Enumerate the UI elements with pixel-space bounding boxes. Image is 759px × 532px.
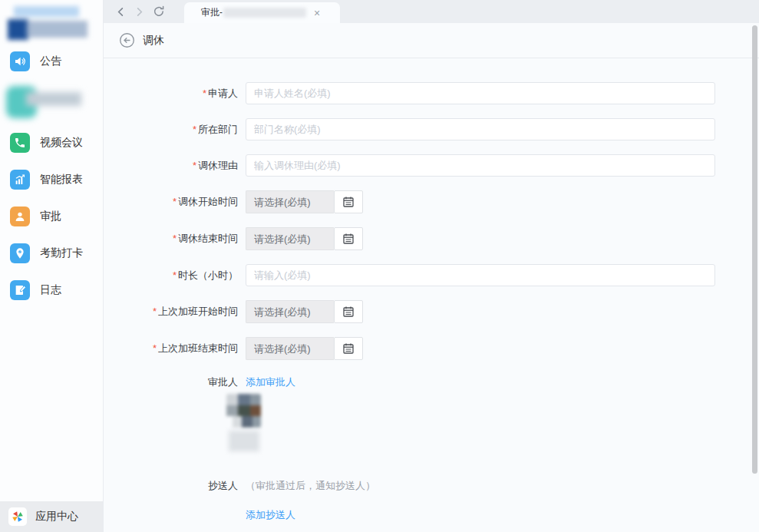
cc-section: 抄送人 （审批通过后，通知抄送人） xyxy=(104,479,759,493)
calendar-icon[interactable] xyxy=(334,337,363,360)
megaphone-icon xyxy=(10,51,30,71)
close-icon[interactable]: × xyxy=(314,8,320,18)
location-pin-icon xyxy=(10,243,30,263)
back-nav-icon[interactable] xyxy=(113,4,128,19)
page-title: 调休 xyxy=(143,34,164,48)
org-logo-blurred xyxy=(0,0,103,43)
leave-end-time-input[interactable] xyxy=(246,227,334,250)
sidebar-item-journal[interactable]: 日志 xyxy=(0,272,103,309)
last-overtime-end-picker[interactable] xyxy=(246,337,363,360)
journal-icon xyxy=(10,280,30,300)
required-marker: * xyxy=(203,88,206,99)
back-button[interactable] xyxy=(119,32,135,48)
tab-approval[interactable]: 审批- × xyxy=(184,2,340,23)
refresh-icon[interactable] xyxy=(151,4,167,19)
sidebar-item-blurred-contact[interactable] xyxy=(0,83,103,123)
tab-title: 审批- xyxy=(201,6,223,19)
field-label: 调休理由 xyxy=(198,160,238,171)
cc-label: 抄送人 xyxy=(104,479,238,493)
field-label: 上次加班开始时间 xyxy=(158,306,238,317)
blurred-name xyxy=(26,92,81,106)
content-panel: 调休 *申请人 *所在部门 *调休理由 *调休开始时间 xyxy=(104,23,759,532)
approver-name-blurred xyxy=(229,431,259,451)
add-cc-link[interactable]: 添加抄送人 xyxy=(246,508,295,522)
field-label: 申请人 xyxy=(208,88,238,99)
pinwheel-icon xyxy=(8,507,27,526)
sidebar-item-label: 日志 xyxy=(40,283,61,297)
field-label: 调休开始时间 xyxy=(178,196,238,207)
required-marker: * xyxy=(193,124,196,135)
page-header: 调休 xyxy=(104,23,759,58)
sidebar-item-label: 审批 xyxy=(40,210,61,223)
calendar-icon[interactable] xyxy=(334,300,363,323)
field-label: 时长（小时） xyxy=(178,269,238,281)
required-marker: * xyxy=(173,233,177,244)
required-marker: * xyxy=(173,269,177,281)
calendar-icon[interactable] xyxy=(334,227,363,250)
sidebar-item-app-center[interactable]: 应用中心 xyxy=(0,501,103,532)
leave-form: *申请人 *所在部门 *调休理由 *调休开始时间 xyxy=(104,58,759,522)
video-phone-icon xyxy=(10,133,30,153)
leave-end-time-picker[interactable] xyxy=(246,227,363,250)
bar-chart-icon xyxy=(10,170,30,190)
department-input[interactable] xyxy=(246,118,715,140)
sidebar-item-label: 公告 xyxy=(40,55,61,68)
sidebar-item-video-meeting[interactable]: 视频会议 xyxy=(0,124,103,161)
form-row: *调休理由 xyxy=(104,154,759,177)
calendar-icon[interactable] xyxy=(334,190,363,213)
approver-avatar-blurred[interactable] xyxy=(226,394,261,428)
form-row: *所在部门 xyxy=(104,118,759,140)
cc-note: （审批通过后，通知抄送人） xyxy=(246,479,375,493)
last-overtime-end-input[interactable] xyxy=(246,337,334,360)
applicant-name-input[interactable] xyxy=(246,82,715,104)
app-center-label: 应用中心 xyxy=(35,510,78,524)
sidebar-item-attendance[interactable]: 考勤打卡 xyxy=(0,235,103,272)
form-row: *上次加班开始时间 xyxy=(104,300,759,323)
form-row: *上次加班结束时间 xyxy=(104,337,759,360)
forward-nav-icon[interactable] xyxy=(131,4,147,19)
scrollbar-thumb[interactable] xyxy=(752,25,757,474)
required-marker: * xyxy=(173,196,177,207)
tab-bar: 审批- × xyxy=(104,0,759,23)
sidebar-item-announcement[interactable]: 公告 xyxy=(0,43,103,80)
form-row: *调休结束时间 xyxy=(104,227,759,250)
field-label: 上次加班结束时间 xyxy=(158,342,238,354)
sidebar-item-approval[interactable]: 审批 xyxy=(0,198,103,235)
sidebar-item-smart-report[interactable]: 智能报表 xyxy=(0,161,103,198)
app-window: 公告 视频会议 智能报表 审批 xyxy=(0,0,759,532)
approver-label: 审批人 xyxy=(104,375,238,389)
last-overtime-start-picker[interactable] xyxy=(246,300,363,323)
add-approver-link[interactable]: 添加审批人 xyxy=(246,375,295,389)
approver-section: 审批人 添加审批人 xyxy=(104,375,759,389)
form-row: *申请人 xyxy=(104,82,759,104)
field-label: 调休结束时间 xyxy=(178,233,238,244)
sidebar-item-label: 考勤打卡 xyxy=(40,246,83,260)
sidebar: 公告 视频会议 智能报表 审批 xyxy=(0,0,104,532)
sidebar-item-label: 智能报表 xyxy=(40,173,83,187)
required-marker: * xyxy=(193,160,196,171)
sidebar-item-label: 视频会议 xyxy=(40,136,83,150)
tab-title-blurred xyxy=(223,8,306,18)
required-marker: * xyxy=(153,306,157,317)
leave-reason-input[interactable] xyxy=(246,154,715,177)
last-overtime-start-input[interactable] xyxy=(246,300,334,323)
required-marker: * xyxy=(153,342,157,354)
form-row: *时长（小时） xyxy=(104,264,759,286)
leave-start-time-input[interactable] xyxy=(246,190,334,213)
form-row: *调休开始时间 xyxy=(104,190,759,213)
main-area: 审批- × 调休 *申请人 *所在部门 xyxy=(104,0,759,532)
field-label: 所在部门 xyxy=(198,124,238,135)
duration-hours-input[interactable] xyxy=(246,264,715,286)
leave-start-time-picker[interactable] xyxy=(246,190,363,213)
person-icon xyxy=(10,207,30,226)
